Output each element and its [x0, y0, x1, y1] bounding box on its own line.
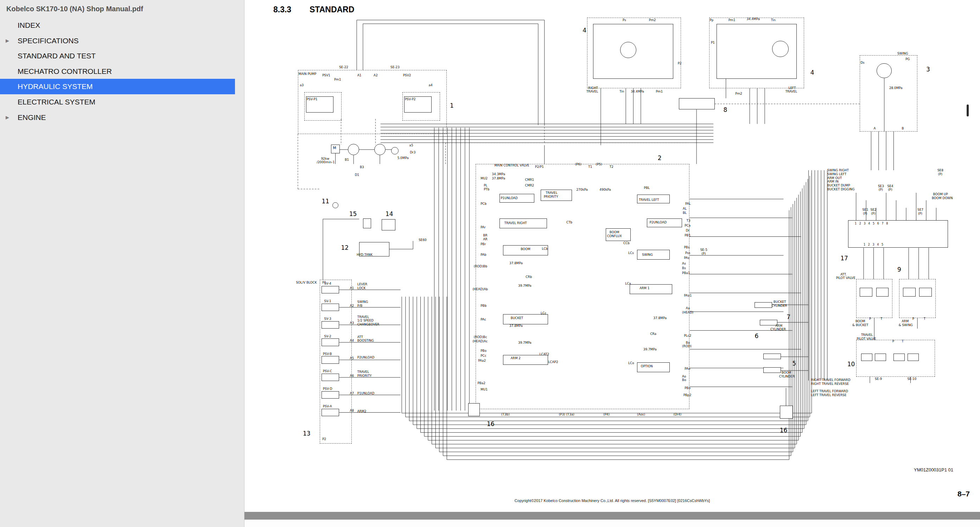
sidebar-item-mechatro-controller[interactable]: MECHATRO CONTROLLER	[0, 64, 235, 79]
diagram-label: P2UNLOAD	[357, 356, 375, 359]
disclosure-triangle-icon[interactable]: ▶	[6, 38, 9, 43]
drawing-number: YM01Z00031P1 01	[914, 467, 953, 473]
diagram-label: LCAT2	[539, 353, 549, 356]
diagram-label: BOOM	[856, 320, 865, 323]
diagram-label: P1	[711, 41, 715, 44]
diagram-label: BR	[483, 234, 487, 237]
callout-1: 1	[450, 102, 454, 109]
callout-8: 8	[724, 106, 727, 113]
valve-bucket	[503, 314, 548, 324]
diagram-label: RIGHT	[588, 86, 598, 90]
section-title: STANDARD	[310, 5, 354, 14]
callout-9: 9	[897, 266, 901, 273]
diagram-label: PBs	[684, 246, 689, 249]
solv-sv3	[321, 321, 339, 329]
diagram-label: 39.7MPa	[643, 348, 657, 351]
valve-arm2	[503, 355, 548, 365]
diagram-label: (P)	[863, 212, 867, 215]
diagram-label: TRAVEL	[861, 333, 873, 337]
diagram-label: LCs	[628, 252, 634, 255]
diagram-label: CTb	[566, 221, 572, 224]
diagram-label: B	[902, 127, 904, 130]
diagram-label: RIGHT TRAVEL FORWARD	[811, 379, 851, 382]
diagram-label: ARM2	[357, 410, 366, 413]
diagram-label: (ROD)	[682, 345, 692, 348]
diagram-label: T	[924, 317, 926, 320]
sidebar-item-engine[interactable]: ▶ENGINE	[0, 110, 235, 125]
diagram-label: OPTION	[641, 365, 653, 368]
diagram-label: SWING	[642, 253, 653, 256]
diagram-label: PAs	[684, 256, 689, 260]
scrollbar-thumb[interactable]	[967, 105, 969, 116]
diagram-label: (P4)	[603, 413, 609, 416]
diagram-label: SE-22	[339, 66, 348, 69]
sidebar-item-index[interactable]: INDEX	[0, 18, 235, 33]
diagram-label: Ds	[861, 61, 864, 64]
travel-pilot-inner-3	[894, 353, 905, 361]
diagram-label: PBo	[684, 387, 690, 390]
sidebar-item-label: HYDRAULIC SYSTEM	[18, 82, 93, 91]
diagram-label: (Dr4)	[673, 413, 681, 416]
diagram-label: Ba	[686, 341, 690, 344]
sidebar-item-specifications[interactable]: ▶SPECIFICATIONS	[0, 33, 235, 49]
diagram-label: 34.4MPa	[746, 18, 760, 21]
diagram-label: Pm2	[649, 19, 656, 22]
diagram-label: PBp2	[684, 394, 692, 397]
diagram-label: SV-3	[325, 317, 331, 320]
diagram-label: A8	[350, 409, 354, 412]
diagram-label: PAo	[684, 367, 690, 371]
diagram-label: CRb	[525, 275, 532, 279]
diagram-label: B1	[345, 158, 349, 161]
callout-10: 10	[847, 361, 855, 368]
diagram-label: LEFT TRAVEL FORWARD	[811, 390, 848, 393]
diagram-label: Pm1	[334, 78, 341, 81]
diagram-label: (T3b)	[501, 413, 510, 416]
solv-sv1	[321, 304, 339, 311]
diagram-label: M	[333, 146, 336, 150]
sidebar-item-hydraulic-system[interactable]: HYDRAULIC SYSTEM	[0, 79, 235, 94]
callout-4: 4	[582, 27, 586, 34]
diagram-label: RIGHT TRAVEL REVERSE	[811, 382, 849, 385]
diagram-label: CYLINDER	[772, 304, 787, 307]
diagram-label: A	[873, 127, 875, 130]
diagram-label: CHANGEOVER	[357, 323, 380, 326]
diagram-label: BOOM	[782, 371, 791, 374]
diagram-label: (P)	[888, 188, 892, 191]
diagram-label: BL	[683, 212, 687, 215]
diagram-label: PILOT VALVE	[836, 277, 856, 280]
callout-16: 16	[487, 420, 495, 427]
diagram-label: P	[912, 317, 914, 320]
sidebar-item-electrical-system[interactable]: ELECTRICAL SYSTEM	[0, 94, 235, 110]
diagram-label: A4	[350, 339, 354, 342]
diagram-label: 34.4MPa	[631, 90, 644, 93]
callout-6: 6	[754, 333, 758, 339]
disclosure-triangle-icon[interactable]: ▶	[6, 115, 9, 120]
diagram-label: PRIORITY	[544, 195, 558, 198]
box-14	[382, 219, 395, 231]
diagram-label: MU2	[480, 177, 488, 180]
diagram-label: CRa	[650, 333, 656, 336]
diagram-label: 5.0MPa	[398, 156, 409, 160]
diagram-label: SWING	[897, 52, 908, 55]
diagram-label: P1UNLOAD	[501, 197, 518, 200]
sidebar-item-standard-and-test[interactable]: STANDARD AND TEST	[0, 48, 235, 64]
diagram-label: CYLINDER	[779, 375, 795, 378]
diagram-label: P2	[678, 62, 682, 65]
diagram-label: 92kw	[321, 157, 329, 161]
diagram-label: CMR1	[525, 178, 535, 182]
page-number: 8–7	[958, 490, 970, 498]
diagram-label: (P)	[918, 212, 922, 215]
diagram-label: ARM 1	[640, 287, 649, 290]
diagram-label: SOL/V BLOCK	[296, 281, 317, 284]
diagram-label: PBr	[480, 243, 486, 246]
diagram-label: T3	[687, 219, 690, 222]
diagram-label: LCa	[625, 282, 631, 285]
diagram-label: Bo	[682, 379, 686, 382]
diagram-label: TRAVEL	[357, 371, 369, 374]
solv-sv4	[321, 286, 339, 293]
diagram-label: A1	[350, 287, 354, 290]
diagram-label: Pm2	[735, 92, 742, 96]
diagram-label: Pp	[710, 19, 713, 22]
diagram-label: SV-4	[325, 282, 331, 285]
diagram-label: LCb	[542, 247, 548, 250]
